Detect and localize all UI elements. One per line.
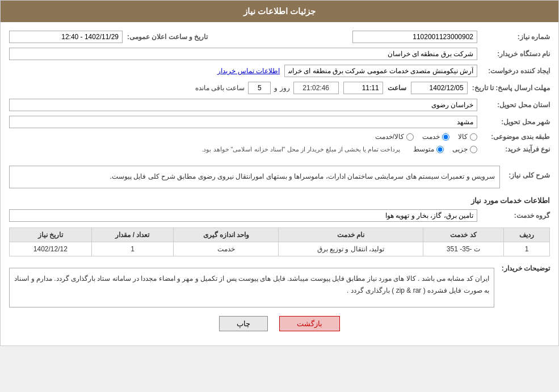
description-section: شرح کلی نیاز: سرویس و تعمیرات سیستم های … [9, 160, 550, 188]
response-date-input[interactable] [411, 82, 468, 94]
col-date: تاریخ نیاز [10, 227, 92, 242]
buyer-org-row: نام دستگاه خریدار: [9, 48, 550, 60]
description-box: سرویس و تعمیرات سیستم های سرمایشی ساختما… [9, 166, 500, 188]
buyer-notes-label: توضیحات خریدار: [499, 262, 550, 272]
city-label: شهر محل تحویل: [482, 118, 550, 126]
category-kala-option[interactable]: کالا [458, 133, 477, 141]
process-motavasset-option[interactable]: متوسط [413, 145, 444, 153]
cell-rownum: 1 [504, 242, 550, 256]
category-row: طبقه بندی موضوعی: کالا خدمت کالا/خدمت [9, 133, 550, 141]
process-note: پرداخت تمام یا بخشی از مبلغ خریدار از مح… [201, 146, 400, 153]
remaining-days-input[interactable] [248, 82, 271, 94]
response-deadline-label: مهلت ارسال پاسخ: تا تاریخ: [472, 84, 550, 92]
col-rownum: ردیف [504, 227, 550, 242]
need-number-input[interactable] [352, 31, 477, 43]
buyer-notes-row: توضیحات خریدار: ایران کد مشابه می باشد .… [9, 262, 550, 307]
process-jozei-label: جزیی [452, 145, 468, 153]
category-kala-khedmat-radio[interactable] [406, 133, 414, 141]
province-label: استان محل تحویل: [482, 101, 550, 109]
category-radio-group: کالا خدمت کالا/خدمت [375, 133, 477, 141]
buyer-org-input[interactable] [9, 48, 477, 60]
process-jozei-radio[interactable] [470, 146, 477, 153]
city-row: شهر محل تحویل: [9, 116, 550, 128]
response-time-label: ساعت [388, 84, 406, 92]
services-table-section: ردیف کد خدمت نام خدمت واحد اندازه گیری ت… [9, 227, 550, 256]
service-group-row: گروه خدمت: [9, 209, 550, 222]
description-row: شرح کلی نیاز: سرویس و تعمیرات سیستم های … [9, 160, 550, 188]
category-khedmat-radio[interactable] [442, 133, 449, 141]
remaining-time-row: 21:02:46 روز و ساعت باقی مانده [195, 82, 339, 94]
process-jozei-option[interactable]: جزیی [452, 145, 477, 153]
print-button[interactable]: چاپ [219, 316, 268, 331]
buyer-notes-value: ایران کد مشابه می باشد . کالا های مورد ن… [14, 275, 489, 295]
process-motavasset-label: متوسط [413, 145, 434, 153]
response-deadline-row: مهلت ارسال پاسخ: تا تاریخ: ساعت 21:02:46… [9, 82, 550, 94]
category-kala-khedmat-label: کالا/خدمت [375, 133, 404, 141]
col-service-name: نام خدمت [279, 227, 423, 242]
buyer-org-label: نام دستگاه خریدار: [482, 50, 550, 58]
response-time-input[interactable] [343, 82, 383, 94]
services-table: ردیف کد خدمت نام خدمت واحد اندازه گیری ت… [9, 227, 550, 256]
category-khedmat-label: خدمت [422, 133, 440, 141]
process-type-row: نوع فرآیند خرید: جزیی متوسط پرداخت تمام … [9, 145, 550, 153]
page-title: جزئیات اطلاعات نیاز [243, 6, 316, 16]
city-input[interactable] [9, 116, 477, 128]
category-kala-khedmat-option[interactable]: کالا/خدمت [375, 133, 414, 141]
contact-link[interactable]: اطلاعات تماس خریدار [217, 67, 280, 75]
buttons-row: بازگشت چاپ [9, 316, 550, 331]
need-number-row: شماره نیاز: تاریخ و ساعت اعلان عمومی: [9, 31, 550, 43]
buyer-notes-box: ایران کد مشابه می باشد . کالا های مورد ن… [9, 268, 494, 307]
province-input[interactable] [9, 99, 477, 111]
creator-input[interactable] [284, 65, 477, 77]
creator-row: ایجاد کننده درخواست: اطلاعات تماس خریدار [9, 65, 550, 77]
remaining-time-value: 21:02:46 [293, 82, 339, 94]
creator-label: ایجاد کننده درخواست: [482, 67, 550, 75]
table-row: 1 ت -35- 351 تولید، انتقال و توزیع برق خ… [10, 242, 550, 256]
process-type-label: نوع فرآیند خرید: [482, 145, 550, 153]
remaining-label: ساعت باقی مانده [195, 84, 245, 92]
category-kala-label: کالا [458, 133, 468, 141]
announce-date-label: تاریخ و ساعت اعلان عمومی: [127, 33, 208, 41]
cell-date: 1402/12/12 [10, 242, 92, 256]
page-header: جزئیات اطلاعات نیاز [1, 1, 558, 22]
description-label: شرح کلی نیاز: [505, 169, 550, 179]
cell-unit: خدمت [174, 242, 279, 256]
category-label: طبقه بندی موضوعی: [482, 133, 550, 141]
cell-service-code: ت -35- 351 [423, 242, 504, 256]
announce-date-input[interactable] [9, 31, 123, 43]
province-row: استان محل تحویل: [9, 99, 550, 111]
back-button[interactable]: بازگشت [279, 316, 340, 331]
cell-quantity: 1 [91, 242, 174, 256]
cell-service-name: تولید، انتقال و توزیع برق [279, 242, 423, 256]
category-khedmat-option[interactable]: خدمت [422, 133, 449, 141]
col-quantity: تعداد / مقدار [91, 227, 174, 242]
col-unit: واحد اندازه گیری [174, 227, 279, 242]
process-radio-group: جزیی متوسط [413, 145, 477, 153]
remaining-days-label: روز و [274, 84, 289, 92]
service-group-input[interactable] [9, 209, 477, 222]
process-motavasset-radio[interactable] [436, 146, 444, 153]
service-info-title: اطلاعات خدمات مورد نیاز [9, 196, 550, 205]
col-service-code: کد خدمت [423, 227, 504, 242]
need-number-label: شماره نیاز: [482, 33, 550, 41]
category-kala-radio[interactable] [470, 133, 477, 141]
description-value: سرویس و تعمیرات سیستم های سرمایشی ساختما… [110, 172, 495, 180]
service-group-label: گروه خدمت: [482, 212, 550, 220]
